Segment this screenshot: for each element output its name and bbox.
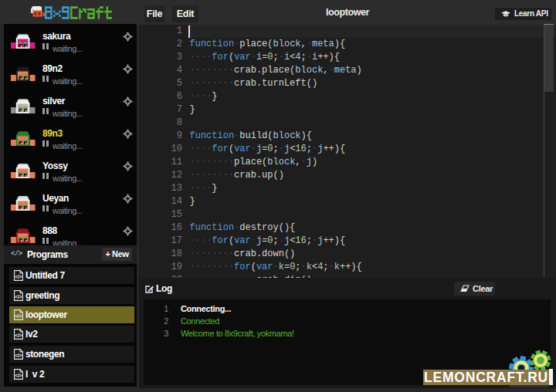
svg-text:</>: </> (15, 313, 22, 319)
svg-text:</>: </> (15, 353, 22, 358)
svg-text:</>: </> (15, 294, 22, 299)
svg-text:</>: </> (15, 333, 22, 338)
svg-text:</>: </> (15, 274, 22, 279)
svg-text:</>: </> (15, 373, 22, 378)
